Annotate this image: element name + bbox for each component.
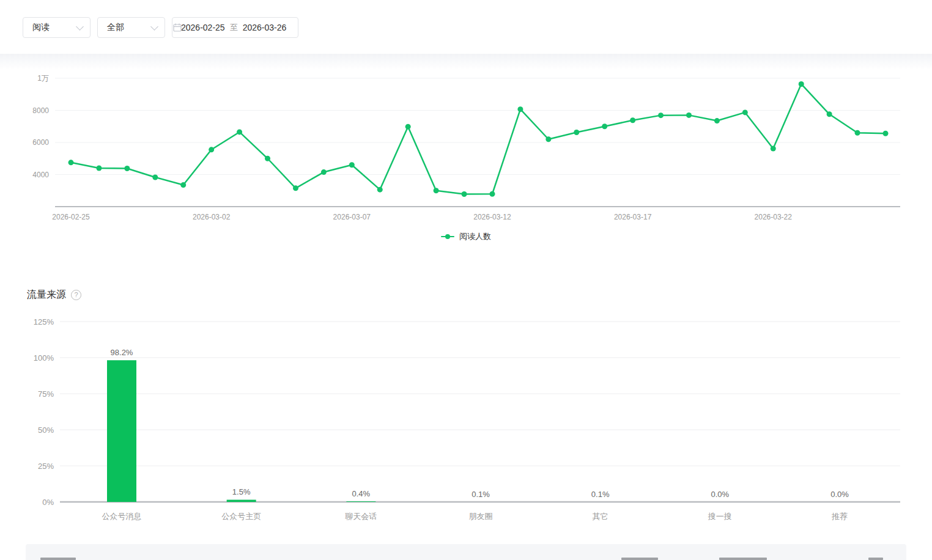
line-data-point[interactable] (68, 160, 74, 165)
line-data-point[interactable] (96, 166, 102, 171)
bar-category-label: 公众号主页 (221, 512, 261, 521)
help-question-icon[interactable]: ? (71, 290, 81, 300)
bar-value-label: 0.0% (711, 490, 730, 499)
line-data-point[interactable] (771, 146, 776, 151)
line-data-point[interactable] (489, 191, 495, 197)
line-data-point[interactable] (827, 111, 832, 117)
chart-legend: 阅读人数 (0, 231, 932, 242)
truncated-bottom-panel (26, 544, 906, 560)
line-data-point[interactable] (265, 156, 270, 161)
y-axis-tick-label: 100% (34, 353, 54, 363)
truncated-text (621, 558, 658, 560)
line-data-point[interactable] (180, 182, 186, 188)
line-data-point[interactable] (349, 162, 355, 168)
topbar-shadow-divider (0, 54, 932, 70)
y-axis-tick-label: 8000 (32, 106, 49, 115)
line-data-point[interactable] (630, 117, 635, 123)
truncated-text (719, 558, 767, 560)
chevron-down-icon (150, 23, 158, 31)
bar-category-label: 推荐 (831, 512, 848, 521)
traffic-source-bar-chart: 125%100%75%50%25%0%98.2%公众号消息1.5%公众号主页0.… (0, 312, 932, 535)
legend-dot-icon (445, 234, 450, 239)
line-data-point[interactable] (517, 106, 523, 112)
x-axis-tick-label: 2026-02-25 (52, 213, 90, 221)
line-data-point[interactable] (546, 136, 551, 142)
legend-line-marker-icon (441, 236, 454, 237)
filter-bar: 阅读 全部 2026-02-25 至 2026-03-26 (0, 0, 932, 54)
x-axis-tick-label: 2026-03-12 (473, 213, 511, 221)
bar-value-label: 98.2% (111, 348, 133, 357)
line-data-point[interactable] (855, 130, 860, 136)
traffic-source-bar[interactable] (346, 501, 375, 502)
bar-category-label: 其它 (593, 512, 608, 521)
traffic-source-bar[interactable] (227, 499, 256, 502)
line-data-point[interactable] (574, 130, 579, 135)
y-axis-tick-label: 25% (38, 462, 54, 471)
line-data-point[interactable] (658, 112, 664, 118)
line-data-point[interactable] (293, 185, 298, 191)
line-data-point[interactable] (321, 169, 327, 175)
line-data-point[interactable] (602, 123, 607, 129)
line-data-point[interactable] (714, 118, 720, 123)
date-range-picker[interactable]: 2026-02-25 至 2026-03-26 (172, 17, 298, 38)
line-data-point[interactable] (405, 124, 411, 130)
legend-item-reading-count[interactable]: 阅读人数 (441, 231, 491, 242)
line-data-point[interactable] (124, 166, 130, 171)
date-range-start: 2026-02-25 (181, 23, 225, 32)
y-axis-tick-label: 0% (42, 498, 54, 507)
bar-category-label: 搜一搜 (708, 512, 732, 521)
metric-select-value: 阅读 (32, 22, 50, 33)
x-axis-tick-label: 2026-03-07 (333, 213, 371, 221)
metric-select[interactable]: 阅读 (23, 17, 91, 38)
x-axis-tick-label: 2026-03-22 (755, 213, 793, 221)
scope-select[interactable]: 全部 (97, 17, 165, 38)
truncated-text (40, 558, 76, 560)
line-data-point[interactable] (434, 188, 439, 193)
reading-count-line (71, 84, 886, 194)
scope-select-value: 全部 (107, 22, 124, 33)
x-axis-tick-label: 2026-03-02 (193, 213, 231, 221)
y-axis-tick-label: 1万 (37, 74, 49, 83)
date-range-separator: 至 (230, 22, 238, 33)
line-data-point[interactable] (377, 187, 383, 193)
y-axis-tick-label: 50% (38, 426, 54, 435)
line-data-point[interactable] (686, 112, 692, 118)
legend-label: 阅读人数 (459, 231, 491, 242)
bar-value-label: 0.4% (352, 489, 371, 498)
bar-category-label: 公众号消息 (102, 512, 142, 521)
line-data-point[interactable] (209, 147, 214, 152)
line-data-point[interactable] (152, 174, 158, 180)
bar-value-label: 0.0% (830, 490, 849, 499)
reading-trend-line-chart: 1万8000600040002026-02-252026-03-022026-0… (0, 61, 932, 235)
date-range-end: 2026-03-26 (243, 23, 287, 32)
bar-category-label: 聊天会话 (345, 512, 377, 521)
line-data-point[interactable] (799, 81, 804, 87)
line-data-point[interactable] (462, 191, 467, 197)
truncated-text (868, 558, 883, 560)
x-axis-tick-label: 2026-03-17 (614, 213, 652, 221)
bar-value-label: 1.5% (232, 487, 251, 496)
line-data-point[interactable] (883, 131, 889, 136)
line-data-point[interactable] (742, 109, 748, 115)
line-data-point[interactable] (237, 129, 242, 134)
chevron-down-icon (76, 23, 84, 31)
bar-value-label: 0.1% (472, 490, 490, 499)
y-axis-tick-label: 4000 (32, 171, 49, 179)
traffic-source-section-header: 流量来源 ? (27, 289, 81, 301)
y-axis-tick-label: 125% (34, 317, 54, 326)
traffic-source-bar[interactable] (107, 360, 136, 502)
bar-value-label: 0.1% (591, 490, 610, 499)
y-axis-tick-label: 6000 (32, 138, 49, 147)
y-axis-tick-label: 75% (38, 389, 54, 399)
bar-category-label: 朋友圈 (469, 512, 493, 521)
traffic-source-title: 流量来源 (27, 289, 66, 301)
